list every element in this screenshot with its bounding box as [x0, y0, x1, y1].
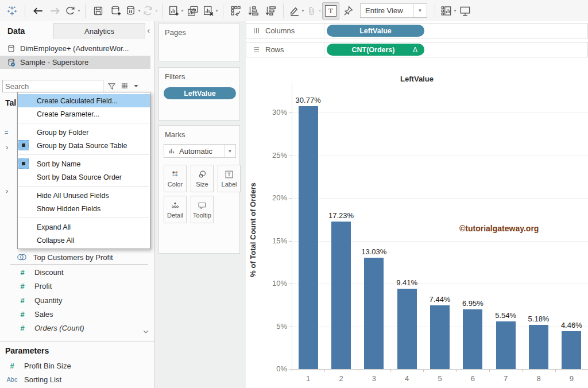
show-cards-caret[interactable]: ▾	[454, 8, 456, 13]
sort-descending-button[interactable]	[262, 2, 279, 20]
menu-item-hide-all-unused-fields[interactable]: Hide All Unused Fields	[18, 189, 150, 202]
parameter-profit-bin-size[interactable]: # Profit Bin Size	[0, 359, 147, 373]
menu-item-label: Expand All	[37, 223, 71, 231]
tab-analytics[interactable]: Analytics	[53, 23, 145, 39]
show-hide-cards-button[interactable]: ▾	[439, 2, 457, 20]
field-sales[interactable]: # Sales	[0, 307, 147, 321]
clear-sheet-button[interactable]: ▾	[202, 2, 219, 20]
pause-auto-updates-icon[interactable]: ▾	[124, 2, 141, 20]
menu-item-create-calculated-field[interactable]: Create Calculated Field...	[18, 94, 150, 107]
save-button[interactable]	[90, 2, 107, 20]
bar-mark-2[interactable]	[331, 222, 351, 369]
new-worksheet-button[interactable]: ▾	[167, 2, 184, 20]
field-orders-count[interactable]: # Orders (Count)	[0, 321, 147, 335]
menu-item-sort-by-name[interactable]: Sort by Name	[18, 157, 150, 170]
duplicate-sheet-button[interactable]	[184, 2, 202, 20]
collapse-pane-icon[interactable]: ‹	[147, 26, 150, 35]
y-axis-title: % of Total Count of Orders	[249, 156, 257, 305]
pill-label: LeftValue	[359, 27, 392, 35]
bar-mark-9[interactable]	[562, 331, 581, 369]
datasource-row[interactable]: DimEmployee+ (AdventureWor...	[0, 42, 150, 55]
highlight-pen-button[interactable]: ▾	[288, 2, 305, 20]
calculated-field-partial-icon: =	[5, 129, 8, 136]
mark-label-T-icon: T	[325, 5, 336, 17]
size-circles-icon	[197, 169, 207, 180]
search-input-wrap[interactable]	[2, 80, 103, 92]
scroll-down-chevron-icon[interactable]	[142, 329, 149, 335]
rows-shelf-icon	[252, 45, 261, 54]
number-field-icon: #	[16, 268, 29, 277]
bar-mark-6[interactable]	[463, 309, 482, 369]
swap-rows-columns-button[interactable]	[227, 2, 245, 20]
parameter-sorting-list[interactable]: Abc Sorting List	[0, 373, 147, 386]
bar-mark-8[interactable]	[529, 325, 548, 369]
color-button[interactable]: Color	[164, 165, 187, 192]
field-profit[interactable]: # Profit	[0, 279, 147, 293]
paperclip-caret[interactable]: ▾	[319, 8, 321, 13]
data-pane-context-menu: Create Calculated Field... Create Parame…	[17, 92, 150, 249]
menu-item-create-parameter[interactable]: Create Parameter...	[18, 107, 150, 121]
fit-mode-caret[interactable]: ▼	[413, 4, 423, 17]
toolbar-divider	[223, 3, 223, 18]
detail-button[interactable]: Detail	[164, 196, 187, 223]
fix-axes-pin-button[interactable]	[339, 2, 357, 20]
run-update-caret[interactable]: ▾	[155, 8, 157, 13]
y-tick-label: 5%	[262, 322, 287, 331]
bar-mark-7[interactable]	[496, 321, 516, 369]
view-options-caret-icon[interactable]	[133, 83, 140, 90]
x-tick-label: 2	[327, 374, 355, 383]
menu-item-collapse-all[interactable]: Collapse All	[18, 234, 150, 247]
redo-button[interactable]	[47, 2, 64, 20]
expand-table-chevron[interactable]: ›	[6, 187, 8, 195]
fit-mode-select[interactable]: Entire View ▼	[360, 3, 427, 18]
datasource-row-selected[interactable]: Sample - Superstore	[0, 56, 150, 69]
label-button[interactable]: Label	[218, 165, 241, 192]
new-worksheet-caret[interactable]: ▾	[181, 8, 183, 13]
paperclip-button[interactable]: ▾	[305, 2, 322, 20]
menu-item-group-by-folder[interactable]: Group by Folder	[18, 126, 150, 139]
pause-updates-caret[interactable]: ▾	[138, 8, 140, 13]
replay-dropdown-caret[interactable]: ▾	[78, 8, 80, 13]
menu-item-sort-by-data-source-order[interactable]: Sort by Data Source Order	[18, 170, 150, 184]
bar-mark-5[interactable]	[430, 305, 450, 369]
run-update-button[interactable]: ▾	[141, 2, 158, 20]
tooltip-button[interactable]: Tooltip	[191, 196, 214, 223]
sort-ascending-button[interactable]	[245, 2, 262, 20]
presentation-mode-button[interactable]	[457, 2, 474, 20]
view-options-grid-icon[interactable]	[120, 82, 129, 91]
size-button[interactable]: Size	[191, 165, 214, 192]
menu-separator	[18, 154, 149, 155]
tab-data[interactable]: Data	[0, 23, 53, 39]
shelf-divider	[324, 24, 324, 38]
label-T-icon	[224, 169, 234, 180]
new-datasource-icon[interactable]	[107, 2, 124, 20]
menu-item-expand-all[interactable]: Expand All	[18, 220, 150, 234]
mark-type-caret[interactable]: ▼	[224, 145, 235, 157]
bar-mark-1[interactable]	[299, 106, 318, 369]
expand-table-chevron[interactable]: ›	[6, 143, 8, 152]
field-label: Top Customers by Profit	[33, 253, 113, 262]
bar-mark-3[interactable]	[364, 258, 384, 369]
mark-type-dropdown[interactable]: Automatic ▼	[164, 144, 236, 158]
bar-mark-4[interactable]	[397, 289, 417, 369]
menu-item-group-by-data-source-table[interactable]: Group by Data Source Table	[18, 139, 150, 152]
bar-mark-icon	[168, 147, 176, 155]
columns-shelf-icon	[252, 26, 261, 35]
field-discount[interactable]: # Discount	[0, 265, 147, 279]
replay-button[interactable]: ▾	[64, 2, 81, 20]
menu-item-show-hidden-fields[interactable]: Show Hidden Fields	[18, 202, 150, 215]
filter-pill-leftvalue[interactable]: LeftValue	[164, 87, 236, 99]
field-quantity[interactable]: # Quantity	[0, 293, 147, 307]
field-top-customers-by-profit[interactable]: Top Customers by Profit	[0, 250, 147, 264]
filter-fields-funnel-icon[interactable]	[107, 82, 117, 91]
show-mark-labels-button[interactable]: T	[322, 2, 339, 20]
columns-pill-leftvalue[interactable]: LeftValue	[327, 25, 424, 37]
field-label: Quantity	[34, 296, 62, 305]
bar-value-label: 9.41%	[387, 278, 427, 287]
clear-sheet-caret[interactable]: ▾	[215, 8, 218, 13]
menu-separator	[18, 218, 149, 218]
rows-pill-cnt-orders[interactable]: CNT(Orders) Δ	[327, 44, 424, 56]
highlight-caret[interactable]: ▾	[301, 8, 304, 13]
search-input[interactable]	[3, 82, 109, 91]
undo-button[interactable]	[29, 2, 47, 20]
